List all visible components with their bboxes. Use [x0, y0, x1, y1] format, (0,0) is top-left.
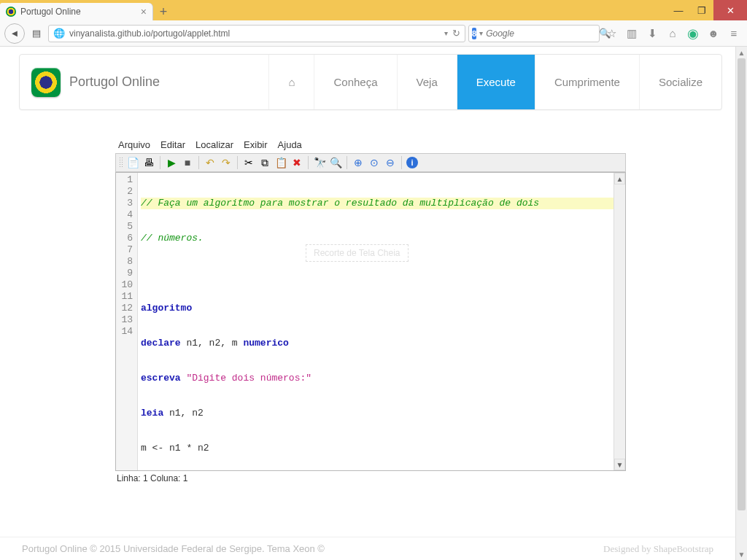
about-icon[interactable]: i [406, 157, 418, 168]
line-number: 1 [116, 174, 133, 186]
line-number: 8 [116, 256, 133, 268]
url-dropdown-icon[interactable]: ▾ [444, 29, 448, 37]
home-nav-icon: ⌂ [288, 76, 295, 88]
download-arrow-icon[interactable]: ⬇ [643, 25, 661, 42]
find-icon[interactable]: 🔭 [313, 156, 326, 169]
address-bar[interactable]: 🌐 ▾ ↻ [48, 25, 465, 42]
code-text: n1, n2, m [181, 338, 244, 349]
separator [401, 156, 402, 169]
code-keyword: leia [141, 408, 163, 419]
line-number: 4 [116, 209, 133, 221]
new-tab-button[interactable]: + [153, 3, 174, 20]
hamburger-menu-icon[interactable]: ≡ [725, 25, 743, 42]
search-input[interactable] [486, 28, 596, 39]
tab-close-icon[interactable]: × [141, 6, 147, 18]
line-number: 2 [116, 186, 133, 198]
line-number: 7 [116, 244, 133, 256]
scroll-up-icon[interactable]: ▲ [736, 47, 747, 58]
scroll-down-icon[interactable]: ▼ [614, 459, 625, 470]
menu-ajuda[interactable]: Ajuda [278, 139, 302, 150]
nav-conheca[interactable]: Conheça [314, 55, 396, 109]
separator [198, 156, 199, 169]
browser-scrollbar[interactable]: ▲ ▼ [735, 47, 747, 560]
editor-scrollbar[interactable]: ▲ ▼ [614, 173, 625, 470]
site-nav: ⌂ Conheça Veja Execute Cumprimente Socia… [268, 55, 721, 109]
browser-toolbar: ◄ ▤ 🌐 ▾ ↻ 8 ▾ 🔍 ☆ ▥ ⬇ ⌂ ◉ ☻ ≡ [0, 20, 747, 47]
applet: Arquivo Editar Localizar Exibir Ajuda 📄 … [115, 139, 626, 486]
nav-veja[interactable]: Veja [397, 55, 457, 109]
line-number: 10 [116, 279, 133, 291]
restore-button[interactable]: ❐ [690, 0, 713, 20]
scrollbar-thumb[interactable] [738, 58, 746, 510]
code-text: n1, n2 [163, 408, 204, 419]
favicon-brazil [6, 7, 16, 17]
sidebar-toggle-icon[interactable]: ▤ [28, 25, 45, 42]
applet-menubar: Arquivo Editar Localizar Exibir Ajuda [115, 139, 626, 153]
menu-exibir[interactable]: Exibir [244, 139, 268, 150]
bookmark-star-icon[interactable]: ☆ [603, 25, 620, 42]
downloads-list-icon[interactable]: ▥ [623, 25, 640, 42]
copy-icon[interactable]: ⧉ [258, 156, 271, 169]
line-number: 14 [116, 326, 133, 338]
search-bar[interactable]: 8 ▾ 🔍 [468, 25, 600, 42]
undo-icon[interactable]: ↶ [204, 156, 217, 169]
redo-icon[interactable]: ↷ [220, 156, 233, 169]
code-keyword: declare [141, 338, 181, 349]
page-viewport: Portugol Online ⌂ Conheça Veja Execute C… [0, 47, 747, 560]
footer-copyright: Portugol Online © 2015 Universidade Fede… [22, 543, 325, 554]
window-close-button[interactable]: ✕ [713, 0, 747, 20]
zoom-in-icon[interactable]: ⊕ [352, 156, 365, 169]
scroll-up-icon[interactable]: ▲ [614, 173, 625, 184]
footer-designed-by: Designed by ShapeBootstrap [603, 543, 713, 555]
browser-tab[interactable]: Portugol Online × [0, 3, 153, 20]
line-number: 5 [116, 221, 133, 233]
url-input[interactable] [69, 28, 440, 39]
code-area[interactable]: // Faça um algoritmo para mostrar o resu… [138, 173, 625, 470]
back-button[interactable]: ◄ [4, 23, 25, 44]
google-engine-icon[interactable]: 8 [472, 28, 476, 39]
line-number: 13 [116, 314, 133, 326]
reload-icon[interactable]: ↻ [452, 28, 460, 39]
print-icon[interactable]: 🖶 [142, 156, 155, 169]
scroll-down-icon[interactable]: ▼ [736, 548, 747, 560]
brand-logo-icon [31, 68, 61, 97]
separator [308, 156, 309, 169]
separator [237, 156, 238, 169]
menu-arquivo[interactable]: Arquivo [118, 139, 150, 150]
line-number: 11 [116, 291, 133, 303]
line-number: 12 [116, 303, 133, 314]
brand-title: Portugol Online [69, 74, 160, 90]
zoom-out-icon[interactable]: ⊖ [384, 156, 397, 169]
code-keyword: algoritmo [141, 303, 192, 314]
browser-titlebar: Portugol Online × + — ❐ ✕ [0, 0, 747, 20]
menu-localizar[interactable]: Localizar [196, 139, 233, 150]
code-keyword: escreva [141, 373, 181, 384]
code-editor[interactable]: 1234567891011121314 // Faça um algoritmo… [115, 172, 626, 471]
nav-execute[interactable]: Execute [457, 55, 535, 109]
window-controls: — ❐ ✕ [667, 0, 747, 20]
home-icon[interactable]: ⌂ [664, 25, 681, 42]
menu-editar[interactable]: Editar [160, 139, 185, 150]
addon-icon[interactable]: ◉ [684, 25, 702, 42]
search-dropdown-icon[interactable]: ▾ [479, 29, 483, 37]
run-icon[interactable]: ▶ [165, 156, 178, 169]
stop-icon[interactable]: ■ [181, 156, 194, 169]
find-replace-icon[interactable]: 🔍 [329, 156, 342, 169]
editor-status: Linha: 1 Coluna: 1 [115, 471, 626, 486]
line-number: 6 [116, 233, 133, 244]
code-comment: // números. [141, 233, 204, 244]
brand[interactable]: Portugol Online [20, 55, 171, 109]
page-footer: Portugol Online © 2015 Universidade Fede… [0, 537, 735, 560]
nav-cumprimente[interactable]: Cumprimente [535, 55, 639, 109]
line-number: 9 [116, 268, 133, 279]
toolbar-drag-handle[interactable] [119, 157, 123, 168]
account-face-icon[interactable]: ☻ [705, 25, 722, 42]
minimize-button[interactable]: — [667, 0, 690, 20]
paste-icon[interactable]: 📋 [274, 156, 287, 169]
nav-home[interactable]: ⌂ [268, 55, 314, 109]
nav-socialize[interactable]: Socialize [639, 55, 721, 109]
new-file-icon[interactable]: 📄 [126, 156, 139, 169]
cut-icon[interactable]: ✂ [242, 156, 255, 169]
zoom-reset-icon[interactable]: ⊙ [368, 156, 381, 169]
delete-icon[interactable]: ✖ [290, 156, 303, 169]
